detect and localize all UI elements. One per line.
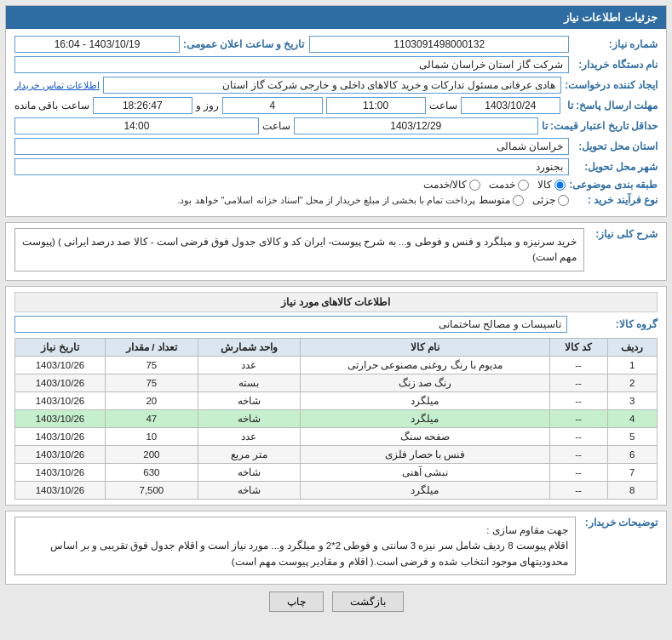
ostan-label: استان محل تحویل: bbox=[572, 140, 658, 152]
grooh-kaala-value: تاسیسات و مصالح ساختمانی bbox=[14, 316, 567, 333]
table-row: 4--میلگردشاخه471403/10/26 bbox=[15, 409, 658, 427]
date2: 1403/12/29 bbox=[294, 117, 538, 134]
grooh-kaala-label: گروه کالا: bbox=[572, 318, 658, 330]
col-vahed: واحد شمارش bbox=[198, 338, 300, 356]
radio-khedmat[interactable]: خدمت bbox=[489, 179, 529, 191]
col-tedad: تعداد / مقدار bbox=[105, 338, 198, 356]
naam-dastgah-value: شرکت گاز استان خراسان شمالی bbox=[14, 56, 569, 73]
table-row: 8--میلگردشاخه7,5001403/10/26 bbox=[15, 481, 658, 499]
shahr-label: شهر محل تحویل: bbox=[572, 161, 658, 173]
noe-farayand-label: نوع فرآیند خرید : bbox=[572, 194, 658, 206]
shomara-niaz-label: شماره نیاز: bbox=[572, 38, 658, 50]
ijad-konande-label: ایجاد کننده درخواست: bbox=[565, 79, 658, 91]
sharh-koli-label: شرح کلی نیاز: bbox=[589, 228, 658, 240]
roz-value: 4 bbox=[222, 97, 322, 114]
saaat-label2: ساعت bbox=[262, 120, 290, 132]
table-row: 6--فنس با حصار فلزیمتر مربع2001403/10/26 bbox=[15, 445, 658, 463]
table-row: 5--صفحه سنگعدد101403/10/26 bbox=[15, 427, 658, 445]
ijad-konande-link[interactable]: اطلاعات تماس خریدار bbox=[14, 80, 100, 91]
action-buttons: بازگشت چاپ bbox=[5, 591, 667, 612]
shahr-value: بجنورد bbox=[14, 158, 569, 175]
saaat-label: ساعت bbox=[429, 100, 457, 111]
radio-motevaset[interactable]: متوسط bbox=[479, 194, 524, 206]
table-row: 2--رنگ صد زنگبسته751403/10/26 bbox=[15, 374, 658, 391]
sharh-koli-text: خرید سرنیزه و میلگرد و فنس و فوطی و... ب… bbox=[14, 228, 584, 271]
col-radif: ردیف bbox=[607, 338, 658, 356]
col-naam: نام کالا bbox=[301, 338, 550, 356]
saaat-mande-label: ساعت باقی مانده bbox=[14, 100, 89, 111]
etelaat-kaala-title: اطلاعات کالاهای مورد نیاز bbox=[14, 292, 658, 312]
mohlet-ersal-label: مهلت ارسال پاسخ: تا bbox=[564, 100, 658, 111]
roz-label: روز و bbox=[196, 100, 219, 111]
ostan-value: خراسان شمالی bbox=[14, 138, 569, 155]
table-row: 3--میلگردشاخه201403/10/26 bbox=[15, 391, 658, 409]
deadline-price-label: حداقل تاریخ اعتبار قیمت: تا bbox=[542, 120, 658, 132]
tawzihaat-label: توضیحات خریدار: bbox=[581, 517, 658, 529]
tawzihaat-text: جهت مقاوم سازی : اقلام پیوست 8 ردیف شامل… bbox=[14, 517, 576, 575]
noe-desc: پرداخت تمام با بخشی از مبلغ خریدار از مح… bbox=[177, 195, 475, 206]
noe-radio-group: جزئی متوسط bbox=[479, 194, 569, 206]
shomara-niaz-value: 1103091498000132 bbox=[309, 36, 569, 53]
radio-kaala[interactable]: کالا bbox=[537, 179, 566, 191]
col-kod: کد کالا bbox=[549, 338, 607, 356]
col-tarikh: تاریخ نیاز bbox=[15, 338, 106, 356]
ijad-konande-value: هادی عرفانی مسئول تدارکات و خرید کالاهای… bbox=[103, 77, 561, 94]
saaat-baqi-value: 18:26:47 bbox=[93, 97, 192, 114]
time1: 11:00 bbox=[326, 97, 426, 114]
tarikh-ersal-value: 1403/10/19 - 16:04 bbox=[14, 36, 180, 53]
time2: 14:00 bbox=[14, 117, 259, 134]
back-button[interactable]: بازگشت bbox=[332, 591, 404, 612]
table-row: 7--نبشی آهنیشاخه6301403/10/26 bbox=[15, 463, 658, 481]
kaala-table: ردیف کد کالا نام کالا واحد شمارش تعداد /… bbox=[14, 338, 658, 500]
tabaghe-label: طبقه بندی موضوعی: bbox=[569, 179, 658, 191]
naam-dastgah-label: نام دستگاه خریدار: bbox=[572, 59, 658, 71]
tarikh-ersal-label: تاریخ و ساعت اعلان عمومی: bbox=[183, 38, 304, 50]
radio-jozii[interactable]: جزئی bbox=[532, 194, 569, 206]
page-title: جزئیات اطلاعات نیاز bbox=[6, 6, 666, 29]
print-button[interactable]: چاپ bbox=[269, 591, 324, 612]
radio-kaala-khedmat[interactable]: کالا/خدمت bbox=[423, 179, 480, 191]
date1: 1403/10/24 bbox=[461, 97, 560, 114]
tabaghe-radio-group: کالا خدمت کالا/خدمت bbox=[423, 179, 566, 191]
table-row: 1--مدیوم با رنگ روغنی مصنوعی حرارتیعدد75… bbox=[15, 356, 658, 374]
